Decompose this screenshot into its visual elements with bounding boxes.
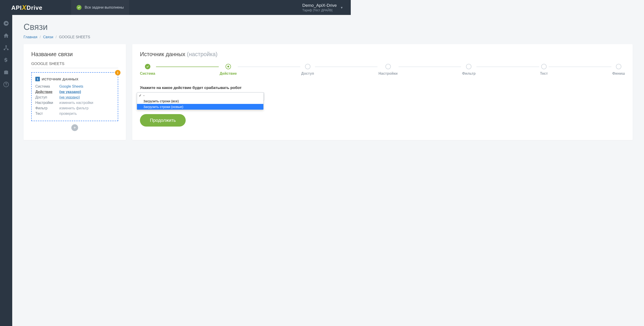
sidebar-item-home[interactable]: [0, 30, 12, 42]
add-destination-button[interactable]: +: [71, 124, 78, 131]
source-setup-title: Источник данных (настройка): [140, 51, 351, 58]
source-box: ! 1 ИСТОЧНИК ДАННЫХ СистемаGoogle Sheets…: [31, 72, 118, 121]
user-name: Demo_ApiX-Drive: [302, 3, 337, 8]
sidebar-item-briefcase[interactable]: [0, 66, 12, 78]
src-test[interactable]: проверить: [59, 112, 77, 116]
breadcrumb-current: GOOGLE SHEETS: [59, 35, 90, 39]
src-settings[interactable]: изменить настройки: [59, 101, 93, 105]
page-title: Связи: [24, 22, 351, 32]
logo[interactable]: APIXDrive: [0, 4, 71, 11]
src-action[interactable]: (не указано): [59, 90, 81, 94]
svg-point-0: [6, 45, 7, 47]
step-action[interactable]: Действие: [220, 64, 237, 76]
source-number: 1: [35, 77, 40, 81]
content: Связи Главная / Связи / GOOGLE SHEETS На…: [12, 15, 351, 178]
breadcrumb-home[interactable]: Главная: [24, 35, 37, 39]
status-pill: Все задачи выполнены: [71, 0, 129, 15]
dropdown-option[interactable]: Загрузить строки (все): [137, 98, 263, 104]
card-source-setup: Источник данных (настройка) Система Дейс…: [132, 44, 351, 140]
action-dropdown: - Загрузить строки (все) Загрузить строк…: [137, 92, 264, 110]
check-icon: [76, 5, 82, 10]
sidebar-item-connections[interactable]: [0, 42, 12, 54]
stepper: Система Действие Доступ Настройки Фильтр…: [140, 64, 351, 76]
dropdown-option[interactable]: Загрузить строки (новые): [137, 104, 263, 110]
alert-icon: !: [115, 70, 120, 76]
step-system[interactable]: Система: [140, 64, 155, 76]
dropdown-option[interactable]: -: [137, 92, 263, 98]
connection-heading: Название связи: [31, 51, 118, 58]
sidebar: [0, 15, 12, 178]
connection-name[interactable]: GOOGLE SHEETS: [31, 62, 118, 68]
user-menu[interactable]: Demo_ApiX-Drive Тариф |Тест ДРАЙВ| ▾: [302, 3, 351, 12]
step-access[interactable]: Доступ: [301, 64, 314, 76]
continue-button[interactable]: Продолжить: [140, 114, 186, 126]
card-connection: Название связи GOOGLE SHEETS ! 1 ИСТОЧНИ…: [24, 44, 126, 140]
header: APIXDrive Все задачи выполнены Demo_ApiX…: [0, 0, 351, 15]
breadcrumb-links[interactable]: Связи: [43, 35, 53, 39]
src-system[interactable]: Google Sheets: [59, 84, 83, 88]
sidebar-item-help[interactable]: [0, 78, 12, 90]
action-field-label: Укажите на какое действие будет срабатыв…: [140, 86, 351, 90]
src-filter[interactable]: изменить фильтр: [59, 106, 88, 110]
source-title: ИСТОЧНИК ДАННЫХ: [42, 77, 78, 81]
user-tariff: Тариф |Тест ДРАЙВ|: [302, 8, 337, 12]
status-text: Все задачи выполнены: [85, 6, 124, 10]
breadcrumb: Главная / Связи / GOOGLE SHEETS: [24, 35, 351, 39]
chevron-down-icon: ▾: [341, 6, 342, 10]
sidebar-item-enter[interactable]: [0, 17, 12, 30]
sidebar-item-billing[interactable]: [0, 54, 12, 66]
src-access[interactable]: (не указано): [59, 95, 80, 100]
